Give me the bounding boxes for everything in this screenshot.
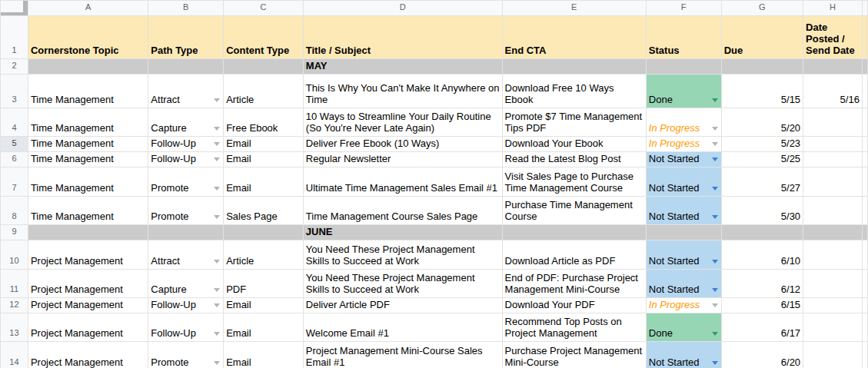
- cell-B7[interactable]: Promote: [148, 167, 224, 197]
- header-cell-D[interactable]: Title / Subject: [303, 16, 502, 59]
- cell-E9[interactable]: [502, 225, 646, 240]
- cell-H12[interactable]: [803, 298, 863, 313]
- row-header-10[interactable]: 10: [1, 240, 28, 270]
- row-header-4[interactable]: 4: [1, 108, 28, 137]
- cell-E12[interactable]: Download Your PDF: [502, 298, 646, 313]
- dropdown-arrow-icon[interactable]: [214, 215, 220, 219]
- dropdown-arrow-icon[interactable]: [214, 361, 220, 365]
- cell-E7[interactable]: Visit Sales Page to Purchase Time Manage…: [502, 167, 646, 197]
- dropdown-arrow-icon[interactable]: [712, 260, 718, 264]
- cell-D4[interactable]: 10 Ways to Streamline Your Daily Routine…: [303, 108, 502, 137]
- cell-C10[interactable]: Article: [224, 240, 304, 270]
- cell-C14[interactable]: Email: [224, 342, 304, 368]
- cell-B4[interactable]: Capture: [148, 108, 224, 137]
- cell-E6[interactable]: Read the Latest Blog Post: [502, 152, 646, 167]
- cell-I5[interactable]: [862, 137, 867, 152]
- header-cell-B[interactable]: Path Type: [148, 16, 224, 59]
- cell-E10[interactable]: Download Article as PDF: [502, 240, 646, 270]
- cell-C7[interactable]: Email: [224, 167, 304, 197]
- cell-A4[interactable]: Time Management: [28, 108, 148, 137]
- cell-I6[interactable]: [862, 152, 867, 167]
- cell-B5[interactable]: Follow-Up: [148, 137, 224, 152]
- row-header-7[interactable]: 7: [1, 167, 28, 197]
- dropdown-arrow-icon[interactable]: [712, 142, 718, 146]
- cell-A7[interactable]: Time Management: [28, 167, 148, 197]
- column-header-A[interactable]: A: [28, 1, 148, 16]
- status-cell-F7[interactable]: Not Started: [646, 167, 721, 197]
- cell-C12[interactable]: Email: [224, 298, 304, 313]
- cell-A5[interactable]: Time Management: [28, 137, 148, 152]
- cell-D7[interactable]: Ultimate Time Management Sales Email #1: [303, 167, 502, 197]
- row-header-12[interactable]: 12: [1, 298, 28, 313]
- cell-E13[interactable]: Recommend Top Posts on Project Managemen…: [502, 313, 646, 342]
- dropdown-arrow-icon[interactable]: [214, 303, 220, 307]
- cell-G2[interactable]: [721, 59, 803, 75]
- dropdown-arrow-icon[interactable]: [214, 127, 220, 131]
- status-cell-F13[interactable]: Done: [646, 313, 721, 342]
- column-header-F[interactable]: F: [646, 1, 721, 16]
- dropdown-arrow-icon[interactable]: [712, 157, 718, 161]
- cell-I3[interactable]: [862, 75, 867, 108]
- cell-H2[interactable]: [803, 59, 863, 75]
- cell-G14[interactable]: 6/20: [721, 342, 803, 368]
- cell-A11[interactable]: Project Management: [28, 270, 148, 298]
- header-cell-G[interactable]: Due: [721, 16, 803, 59]
- cell-I10[interactable]: [862, 240, 867, 270]
- cell-C13[interactable]: Email: [224, 313, 304, 342]
- dropdown-arrow-icon[interactable]: [214, 288, 220, 292]
- row-header-1[interactable]: 1: [1, 16, 28, 59]
- cell-I14[interactable]: [862, 342, 867, 368]
- cell-I11[interactable]: [862, 270, 867, 298]
- cell-E5[interactable]: Download Your Ebook: [502, 137, 646, 152]
- cell-G9[interactable]: [721, 225, 803, 240]
- cell-G6[interactable]: 5/25: [721, 152, 803, 167]
- dropdown-arrow-icon[interactable]: [712, 288, 718, 292]
- cell-G4[interactable]: 5/20: [721, 108, 803, 137]
- row-header-14[interactable]: 14: [1, 342, 28, 368]
- status-cell-F8[interactable]: Not Started: [646, 197, 721, 225]
- cell-F9[interactable]: [646, 225, 721, 240]
- cell-A6[interactable]: Time Management: [28, 152, 148, 167]
- cell-I2[interactable]: [862, 59, 867, 75]
- select-all-corner[interactable]: [1, 1, 28, 16]
- cell-C2[interactable]: [224, 59, 304, 75]
- cell-H9[interactable]: [803, 225, 863, 240]
- cell-B2[interactable]: [148, 59, 224, 75]
- cell-I13[interactable]: [862, 313, 867, 342]
- row-header-11[interactable]: 11: [1, 270, 28, 298]
- cell-A12[interactable]: Project Management: [28, 298, 148, 313]
- cell-F2[interactable]: [646, 59, 721, 75]
- cell-C8[interactable]: Sales Page: [224, 197, 304, 225]
- cell-A9[interactable]: [28, 225, 148, 240]
- cell-A2[interactable]: [28, 59, 148, 75]
- cell-A3[interactable]: Time Management: [28, 75, 148, 108]
- dropdown-arrow-icon[interactable]: [214, 260, 220, 264]
- cell-G13[interactable]: 6/17: [721, 313, 803, 342]
- cell-B9[interactable]: [148, 225, 224, 240]
- month-band-label[interactable]: MAY: [303, 59, 502, 75]
- header-cell-C[interactable]: Content Type: [224, 16, 304, 59]
- cell-D8[interactable]: Time Management Course Sales Page: [303, 197, 502, 225]
- cell-I9[interactable]: [862, 225, 867, 240]
- cell-E8[interactable]: Purchase Time Management Course: [502, 197, 646, 225]
- cell-I8[interactable]: [862, 197, 867, 225]
- column-header-B[interactable]: B: [148, 1, 224, 16]
- dropdown-arrow-icon[interactable]: [214, 142, 220, 146]
- cell-D10[interactable]: You Need These Project Management Skills…: [303, 240, 502, 270]
- row-header-8[interactable]: 8: [1, 197, 28, 225]
- header-cell-A[interactable]: Cornerstone Topic: [28, 16, 148, 59]
- status-cell-F6[interactable]: Not Started: [646, 152, 721, 167]
- status-cell-F14[interactable]: Not Started: [646, 342, 721, 368]
- cell-A10[interactable]: Project Management: [28, 240, 148, 270]
- status-cell-F12[interactable]: In Progress: [646, 298, 721, 313]
- status-cell-F4[interactable]: In Progress: [646, 108, 721, 137]
- cell-D13[interactable]: Welcome Email #1: [303, 313, 502, 342]
- cell-B8[interactable]: Promote: [148, 197, 224, 225]
- row-header-3[interactable]: 3: [1, 75, 28, 108]
- row-header-6[interactable]: 6: [1, 152, 28, 167]
- cell-B13[interactable]: Follow-Up: [148, 313, 224, 342]
- cell-A8[interactable]: Time Management: [28, 197, 148, 225]
- cell-C11[interactable]: PDF: [224, 270, 304, 298]
- dropdown-arrow-icon[interactable]: [712, 98, 718, 102]
- month-band-label[interactable]: JUNE: [303, 225, 502, 240]
